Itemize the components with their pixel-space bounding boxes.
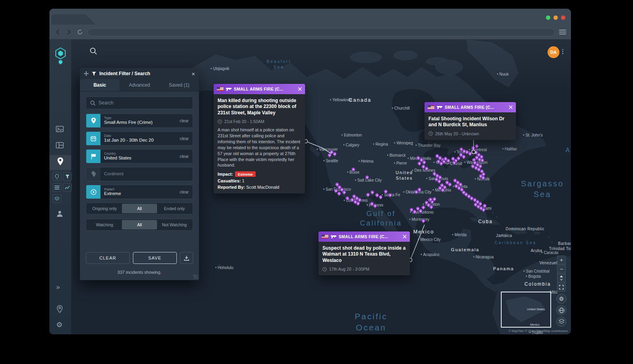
url-bar[interactable] [87, 28, 555, 36]
incident-marker[interactable] [437, 179, 441, 183]
seg-not-watching[interactable]: Not Watching [157, 220, 192, 229]
filter-row-type[interactable]: Type Small Arms Fire (Crime) clear [86, 114, 193, 128]
tab-basic[interactable]: Basic [80, 79, 119, 91]
incident-marker[interactable] [432, 197, 436, 201]
incident-marker[interactable] [366, 193, 370, 197]
close-icon[interactable] [509, 105, 513, 109]
clear-country-filter[interactable]: clear [180, 154, 193, 159]
seg-ongoing-only[interactable]: Ongoing only [87, 204, 122, 213]
browser-tab[interactable] [51, 14, 96, 25]
trend-toggle-icon[interactable] [63, 183, 72, 192]
globe-button[interactable] [556, 305, 567, 315]
zoom-out-button[interactable]: − [557, 265, 566, 273]
incident-marker[interactable] [422, 160, 426, 164]
move-handle-icon[interactable] [84, 71, 89, 76]
incident-marker[interactable] [483, 204, 487, 208]
close-icon[interactable] [403, 235, 407, 239]
incident-marker[interactable] [342, 190, 346, 194]
incident-marker[interactable] [462, 155, 466, 159]
incident-marker[interactable] [481, 176, 485, 180]
incident-marker[interactable] [328, 153, 332, 157]
incident-marker[interactable] [421, 219, 425, 223]
user-avatar[interactable]: DA [548, 46, 559, 58]
incident-marker[interactable] [471, 146, 475, 150]
incident-marker[interactable] [417, 161, 421, 165]
incident-marker[interactable] [345, 196, 349, 200]
location-pin-icon[interactable] [57, 157, 64, 166]
filter-row-continent[interactable]: Continent [86, 167, 193, 181]
refresh-icon[interactable] [76, 28, 83, 36]
window-button-red[interactable] [561, 15, 565, 20]
incident-marker[interactable] [428, 197, 432, 201]
expand-chevrons-icon[interactable]: » [56, 283, 60, 291]
map-attribution[interactable]: © MapTiler © OpenStreetMap contributors [508, 329, 568, 333]
list-toggle-icon[interactable] [53, 183, 61, 192]
incident-marker[interactable] [373, 204, 377, 208]
incident-marker[interactable] [438, 175, 442, 179]
location-outline-icon[interactable] [57, 305, 63, 313]
incident-marker[interactable] [441, 188, 445, 192]
filter-row-impact[interactable]: Impact Extreme clear [86, 185, 193, 199]
incident-marker[interactable] [337, 191, 341, 195]
overview-inset-map[interactable]: United StatesMexico [501, 292, 551, 328]
incident-marker[interactable] [448, 182, 452, 186]
incident-card-header[interactable]: SMALL ARMS FIRE (C... [214, 84, 305, 94]
clear-type-filter[interactable]: clear [180, 118, 193, 123]
incident-marker[interactable] [356, 201, 360, 205]
incident-marker[interactable] [425, 167, 428, 171]
window-button-amber[interactable] [553, 15, 558, 20]
incident-title[interactable]: Man killed during shooting outside polic… [218, 98, 301, 116]
fullscreen-icon[interactable] [557, 283, 566, 292]
layout-panels-icon[interactable] [56, 142, 64, 148]
filter-row-date[interactable]: Date 1st Jan 20 - 30th Dec 20 clear [86, 131, 193, 146]
settings-gear-button[interactable]: ⚙ [556, 294, 567, 304]
search-field[interactable] [86, 97, 193, 109]
filter-toggle-icon[interactable] [63, 172, 72, 181]
save-button[interactable]: SAVE [133, 252, 177, 264]
incident-marker[interactable] [480, 158, 484, 162]
incident-card-header[interactable]: SMALL ARMS FIRE (C... [425, 102, 516, 112]
tab-saved[interactable]: Saved (1) [159, 79, 199, 91]
layers-toggle-icon[interactable] [53, 194, 61, 203]
clear-button[interactable]: CLEAR [86, 252, 130, 264]
seg-watching-all[interactable]: All [122, 220, 157, 229]
incident-card-header[interactable]: SMALL ARMS FIRE (C... [318, 231, 410, 242]
incident-marker[interactable] [446, 159, 450, 163]
map-search-icon[interactable] [90, 47, 97, 56]
incident-title[interactable]: Suspect shot dead by police inside a Wal… [322, 245, 406, 264]
incident-marker[interactable] [370, 190, 374, 194]
seg-ended-only[interactable]: Ended only [157, 204, 192, 213]
incident-marker[interactable] [388, 193, 392, 197]
person-icon[interactable] [56, 210, 63, 217]
incident-marker[interactable] [419, 209, 423, 213]
incident-marker[interactable] [417, 188, 421, 191]
forward-icon[interactable] [65, 28, 72, 36]
menu-icon[interactable] [559, 30, 566, 34]
zoom-in-button[interactable]: + [557, 256, 566, 264]
incident-marker[interactable] [475, 144, 479, 148]
download-button[interactable] [180, 252, 193, 264]
close-icon[interactable]: × [191, 70, 195, 77]
incident-marker[interactable] [429, 205, 433, 209]
incident-marker[interactable] [351, 167, 355, 171]
media-icon[interactable] [56, 126, 64, 132]
search-input[interactable] [99, 100, 189, 106]
panel-resize-handle[interactable] [193, 275, 198, 279]
seg-ongoing-all[interactable]: All [122, 204, 157, 213]
panel-header[interactable]: Incident Filter / Search × [80, 68, 199, 79]
close-icon[interactable] [298, 87, 302, 91]
incident-marker[interactable] [462, 149, 466, 153]
back-icon[interactable] [54, 28, 61, 36]
tab-advanced[interactable]: Advanced [119, 79, 159, 91]
layers-button[interactable] [556, 317, 567, 327]
pin-toggle-icon[interactable] [53, 172, 61, 181]
window-button-green[interactable] [546, 15, 550, 20]
incident-title[interactable]: Fatal Shooting incident Wilson Dr and N … [428, 116, 512, 128]
app-logo[interactable] [53, 47, 68, 65]
incident-marker[interactable] [333, 152, 337, 156]
incident-marker[interactable] [379, 195, 383, 199]
seg-watching[interactable]: Watching [87, 220, 122, 229]
settings-gear-icon[interactable]: ⚙ [56, 320, 63, 329]
incident-marker[interactable] [384, 190, 388, 193]
compass-icon[interactable] [557, 274, 566, 282]
